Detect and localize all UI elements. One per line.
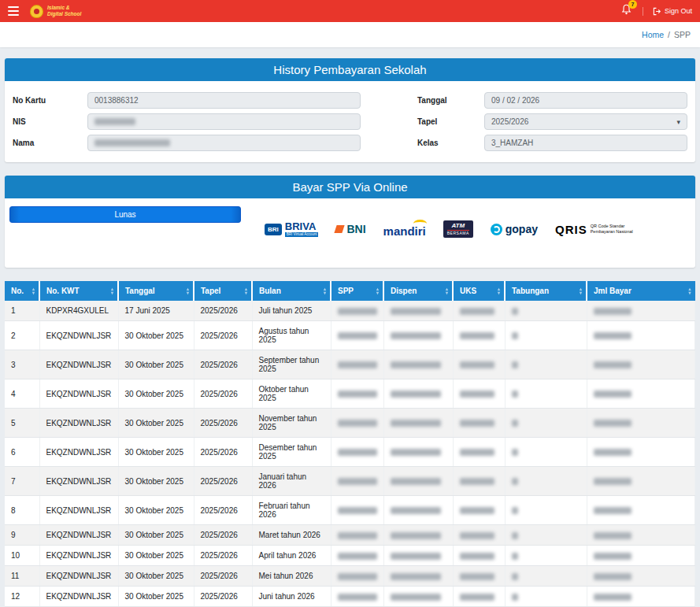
table-cell: 30 Oktober 2025 [118,525,194,546]
redacted-value [512,361,518,368]
column-header[interactable]: Bulan▴▾ [252,281,331,301]
pay-online-card: Bayar SPP Via Online Lunas BRI BRIVA BRI… [5,176,695,268]
table-cell: 30 Oktober 2025 [118,350,194,379]
redacted-value [391,390,441,398]
table-cell-redacted [331,566,383,587]
table-cell: 3 [5,350,39,379]
table-cell-redacted [505,467,587,496]
column-header[interactable]: Tabungan▴▾ [505,281,587,301]
table-cell-redacted [587,467,695,496]
table-cell: 30 Oktober 2025 [118,496,194,525]
redacted-value [460,361,494,368]
table-cell-redacted [383,301,453,321]
redacted-value [512,594,518,601]
table-cell-redacted [453,438,505,467]
table-cell-redacted [505,301,587,321]
column-header[interactable]: Tapel▴▾ [194,281,252,301]
redacted-value [338,449,377,456]
tanggal-field[interactable] [484,92,687,109]
table-cell: 17 Juni 2025 [118,301,194,321]
redacted-value [391,594,441,601]
column-header[interactable]: No. KWT▴▾ [39,281,118,301]
table-cell: EKQZNDWNLJSR [39,546,118,566]
table-cell-redacted [453,546,505,566]
column-header[interactable]: No.▴▾ [5,281,39,301]
table-row: 7EKQZNDWNLJSR30 Oktober 20252025/2026Jan… [5,467,695,496]
history-card: History Pembayaran Sekolah No Kartu NIS … [5,58,695,162]
column-header[interactable]: Dispen▴▾ [383,281,453,301]
redacted-value [512,332,518,339]
brand: Islamic & Digital School [30,5,81,18]
breadcrumb-home-link[interactable]: Home [642,30,664,39]
table-cell: 2025/2026 [194,379,252,409]
kelas-field[interactable] [484,135,687,151]
table-cell-redacted [383,438,453,467]
redacted-value [512,553,518,560]
column-header[interactable]: Tanggal▴▾ [118,281,194,301]
sort-icon[interactable]: ▴▾ [446,287,448,295]
sort-icon[interactable]: ▴▾ [111,287,113,295]
table-cell-redacted [331,321,383,350]
redacted-value [391,507,441,514]
table-cell-redacted [453,496,505,525]
table-cell-redacted [505,566,587,587]
mandiri-logo: mandiri [383,221,426,238]
table-cell-redacted [383,496,453,525]
tapel-select[interactable]: 2025/2026 ▾ [484,113,687,130]
table-cell: 7 [5,467,39,496]
sort-icon[interactable]: ▴▾ [580,287,582,295]
no-kartu-field[interactable] [87,92,361,109]
sort-icon[interactable]: ▴▾ [376,287,379,295]
sort-icon[interactable]: ▴▾ [688,287,691,295]
table-cell: Agustus tahun 2025 [252,321,331,350]
sort-icon[interactable]: ▴▾ [32,287,35,295]
redacted-value [512,573,518,580]
table-cell-redacted [505,525,587,546]
sort-icon[interactable]: ▴▾ [187,287,189,295]
redacted-value [460,478,494,485]
table-cell: EKQZNDWNLJSR [39,467,118,496]
table-cell-redacted [383,379,453,409]
nama-field[interactable] [87,135,361,151]
table-row: 6EKQZNDWNLJSR30 Oktober 20252025/2026Des… [5,438,695,467]
table-cell: Mei tahun 2026 [252,566,331,587]
redacted-value [391,573,441,580]
redacted-value [512,478,518,485]
redacted-value [338,532,377,539]
column-header[interactable]: SPP▴▾ [331,281,383,301]
redacted-value [512,420,518,427]
lunas-button[interactable]: Lunas [9,206,241,223]
sort-icon[interactable]: ▴▾ [498,287,500,295]
table-cell-redacted [383,409,453,438]
hamburger-menu-icon[interactable] [8,6,19,16]
table-cell: EKQZNDWNLJSR [39,321,118,350]
redacted-value [460,532,494,539]
table-cell: Oktober tahun 2025 [252,379,331,409]
table-cell-redacted [505,587,587,607]
sort-icon[interactable]: ▴▾ [245,287,247,295]
table-cell-redacted [505,409,587,438]
table-cell-redacted [453,301,505,321]
table-cell: EKQZNDWNLJSR [39,566,118,587]
table-cell: Maret tahun 2026 [252,525,331,546]
kelas-label: Kelas [417,139,484,147]
table-cell: 2 [5,321,39,350]
table-cell: 30 Oktober 2025 [118,467,194,496]
table-cell: 6 [5,438,39,467]
signout-button[interactable]: Sign Out [643,7,692,16]
table-cell-redacted [587,546,695,566]
column-header[interactable]: Jml Bayar▴▾ [587,281,695,301]
table-cell-redacted [587,525,695,546]
table-cell-redacted [587,350,695,379]
table-cell: 1 [5,301,39,321]
nis-field[interactable] [87,113,361,130]
column-header[interactable]: UKS▴▾ [453,281,505,301]
gopay-logo-icon [491,224,502,235]
redacted-value [512,532,518,539]
notification-bell-icon[interactable]: 7 [621,4,631,18]
table-cell: EKQZNDWNLJSR [39,587,118,607]
table-row: 1KDPXR4GXULEL17 Juni 20252025/2026Juli t… [5,301,695,321]
table-cell: Januari tahun 2026 [252,467,331,496]
sort-icon[interactable]: ▴▾ [324,287,326,295]
redacted-value [594,507,631,514]
